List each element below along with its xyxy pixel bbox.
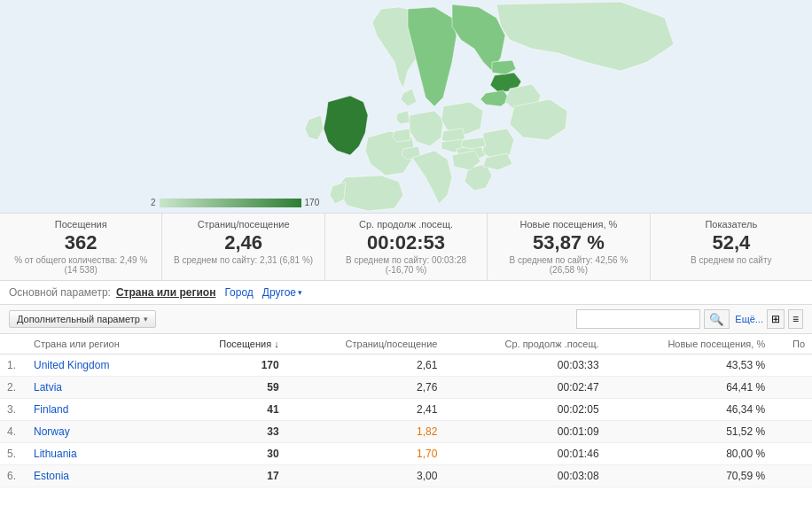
visits-cell-2: 41: [176, 399, 285, 421]
pages-cell-1: 2,76: [286, 377, 445, 399]
table-body: 1. United Kingdom 170 2,61 00:03:33 43,5…: [0, 355, 812, 487]
list-icon: ≡: [792, 313, 799, 325]
country-link-0[interactable]: United Kingdom: [34, 359, 109, 371]
stat-duration-value: 00:02:53: [334, 231, 478, 254]
country-cell-3: Norway: [27, 421, 176, 443]
duration-cell-5: 00:03:08: [444, 465, 605, 487]
col-pages-header[interactable]: Страниц/посещение: [286, 334, 445, 355]
country-link-3[interactable]: Norway: [34, 425, 70, 438]
grid-icon: ⊞: [771, 313, 780, 325]
new-visits-cell-4: 80,00 %: [606, 443, 773, 465]
tab-bar-label: Основной параметр:: [9, 286, 111, 299]
row-num-1: 2.: [0, 377, 27, 399]
table-row: 2. Latvia 59 2,76 00:02:47 64,41 %: [0, 377, 812, 399]
duration-cell-0: 00:03:33: [444, 355, 605, 377]
stat-new-visits-label: Новые посещения, %: [496, 219, 640, 230]
stat-new-visits-sub: В среднем по сайту: 42,56 % (26,58 %): [496, 255, 640, 275]
country-cell-0: United Kingdom: [27, 355, 176, 377]
tab-other-dropdown[interactable]: Другое ▾: [262, 286, 302, 299]
new-visits-cell-0: 43,53 %: [606, 355, 773, 377]
search-button[interactable]: 🔍: [704, 309, 730, 329]
col-bounce-header[interactable]: По: [772, 334, 812, 355]
bounce-cell-5: [772, 465, 812, 487]
data-table: Страна или регион Посещения ↓ Страниц/по…: [0, 334, 812, 487]
stat-pages-label: Страниц/посещение: [171, 219, 315, 230]
list-view-button[interactable]: ≡: [788, 309, 803, 329]
new-visits-cell-5: 70,59 %: [606, 465, 773, 487]
stats-bar: Посещения 362 % от общего количества: 2,…: [0, 213, 812, 281]
stat-visits-value: 362: [9, 231, 152, 254]
visits-cell-0: 170: [176, 355, 285, 377]
row-num-3: 4.: [0, 421, 27, 443]
stat-pages: Страниц/посещение 2,46 В среднем по сайт…: [162, 214, 324, 280]
row-num-2: 3.: [0, 399, 27, 421]
bounce-cell-0: [772, 355, 812, 377]
table-row: 6. Estonia 17 3,00 00:03:08 70,59 %: [0, 465, 812, 487]
stat-new-visits-value: 53,87 %: [496, 231, 640, 254]
chevron-down-icon: ▾: [144, 315, 148, 323]
col-new-visits-header[interactable]: Новые посещения, %: [606, 334, 773, 355]
duration-cell-3: 00:01:09: [444, 421, 605, 443]
stat-duration-label: Ср. продолж .посещ.: [334, 219, 478, 230]
table-row: 3. Finland 41 2,41 00:02:05 46,34 %: [0, 399, 812, 421]
grid-view-button[interactable]: ⊞: [767, 309, 785, 329]
more-link[interactable]: Ещё...: [735, 314, 763, 324]
stat-bounce-label: Показатель: [660, 219, 803, 230]
search-input[interactable]: [576, 309, 700, 329]
new-visits-cell-3: 51,52 %: [606, 421, 773, 443]
duration-cell-2: 00:02:05: [444, 399, 605, 421]
pages-cell-5: 3,00: [286, 465, 445, 487]
pages-cell-4: 1,70: [286, 443, 445, 465]
stat-duration-sub: В среднем по сайту: 00:03:28 (-16,70 %): [334, 255, 478, 275]
tab-other-label: Другое: [262, 286, 296, 299]
tab-city[interactable]: Город: [224, 286, 253, 299]
bounce-cell-4: [772, 443, 812, 465]
duration-cell-4: 00:01:46: [444, 443, 605, 465]
table-row: 5. Lithuania 30 1,70 00:01:46 80,00 %: [0, 443, 812, 465]
row-num-0: 1.: [0, 355, 27, 377]
country-link-4[interactable]: Lithuania: [34, 448, 77, 460]
spain-shape: [339, 175, 403, 211]
stat-bounce: Показатель 52,4 В среднем по сайту: [651, 214, 812, 280]
bounce-cell-1: [772, 377, 812, 399]
param-btn-label: Дополнительный параметр: [17, 314, 140, 324]
stat-visits-sub: % от общего количества: 2,49 % (14 538): [9, 255, 152, 275]
visits-cell-1: 59: [176, 377, 285, 399]
stat-visits-label: Посещения: [9, 219, 152, 230]
pages-cell-2: 2,41: [286, 399, 445, 421]
stat-bounce-sub: В среднем по сайту: [660, 255, 803, 265]
new-visits-cell-1: 64,41 %: [606, 377, 773, 399]
search-icon: 🔍: [709, 313, 724, 326]
map-container: 2 170: [0, 0, 812, 213]
toolbar-right: 🔍 Ещё... ⊞ ≡: [576, 309, 803, 329]
country-cell-4: Lithuania: [27, 443, 176, 465]
bounce-cell-2: [772, 399, 812, 421]
toolbar: Дополнительный параметр ▾ 🔍 Ещё... ⊞ ≡: [0, 305, 812, 334]
row-num-5: 6.: [0, 465, 27, 487]
col-duration-header[interactable]: Ср. продолж .посещ.: [444, 334, 605, 355]
country-cell-5: Estonia: [27, 465, 176, 487]
data-table-container: Страна или регион Посещения ↓ Страниц/по…: [0, 334, 812, 487]
country-cell-2: Finland: [27, 399, 176, 421]
stat-duration: Ср. продолж .посещ. 00:02:53 В среднем п…: [325, 214, 488, 280]
bounce-cell-3: [772, 421, 812, 443]
col-country-header[interactable]: Страна или регион: [27, 334, 176, 355]
scale-min: 2: [151, 198, 156, 207]
tab-country[interactable]: Страна или регион: [116, 286, 215, 299]
country-link-2[interactable]: Finland: [34, 403, 68, 416]
additional-param-button[interactable]: Дополнительный параметр ▾: [9, 310, 156, 328]
chevron-down-icon: ▾: [298, 288, 302, 297]
visits-cell-4: 30: [176, 443, 285, 465]
pages-cell-0: 2,61: [286, 355, 445, 377]
country-link-1[interactable]: Latvia: [34, 381, 62, 394]
visits-cell-5: 17: [176, 465, 285, 487]
col-visits-header[interactable]: Посещения ↓: [176, 334, 285, 355]
new-visits-cell-2: 46,34 %: [606, 399, 773, 421]
table-row: 1. United Kingdom 170 2,61 00:03:33 43,5…: [0, 355, 812, 377]
country-link-5[interactable]: Estonia: [34, 470, 69, 482]
country-cell-1: Latvia: [27, 377, 176, 399]
duration-cell-1: 00:02:47: [444, 377, 605, 399]
visits-cell-3: 33: [176, 421, 285, 443]
col-num-header: [0, 334, 27, 355]
stat-pages-sub: В среднем по сайту: 2,31 (6,81 %): [171, 255, 315, 265]
